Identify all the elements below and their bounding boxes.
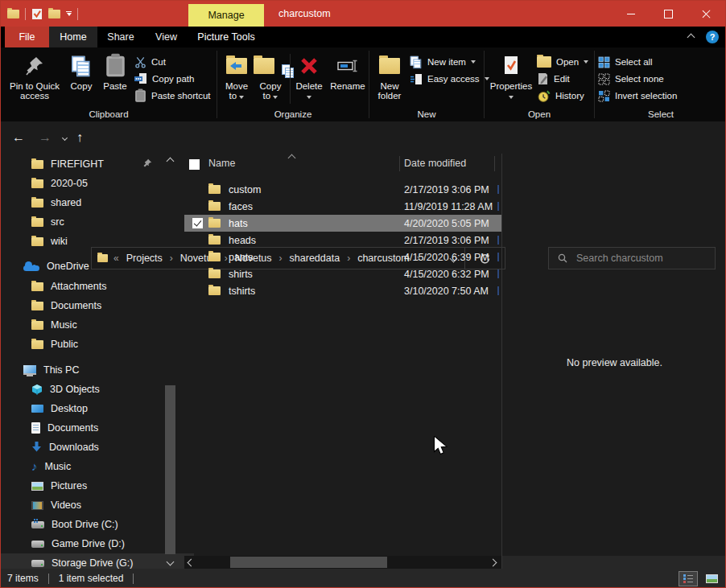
file-date: 4/20/2020 5:05 PM xyxy=(404,218,489,229)
sidebar-item-wiki[interactable]: wiki xyxy=(1,232,194,251)
qat-customize-icon[interactable] xyxy=(66,11,72,16)
collapse-ribbon-button[interactable] xyxy=(685,31,696,43)
select-all-checkbox[interactable] xyxy=(189,159,200,170)
file-row[interactable]: pants 4/15/2020 6:39 PM xyxy=(184,249,501,265)
sidebar-scrollbar-thumb[interactable] xyxy=(165,385,175,554)
horizontal-scrollbar-thumb[interactable] xyxy=(230,557,387,568)
file-row[interactable]: faces 11/9/2019 11:28 AM xyxy=(184,198,501,215)
sidebar-item-2020-05[interactable]: 2020-05 xyxy=(1,174,194,193)
minimize-button[interactable] xyxy=(612,1,650,27)
tab-view[interactable]: View xyxy=(144,27,188,47)
paste-shortcut-button[interactable]: Paste shortcut xyxy=(134,88,211,104)
column-header-name[interactable]: Name xyxy=(208,158,235,169)
sidebar-item-attachments[interactable]: Attachments xyxy=(1,277,194,296)
file-row[interactable]: tshirts 3/10/2020 7:50 AM xyxy=(184,282,501,299)
sidebar-item-label: 3D Objects xyxy=(50,384,100,395)
select-none-icon xyxy=(598,73,610,85)
search-input[interactable] xyxy=(575,252,707,265)
up-button[interactable]: ↑ xyxy=(70,128,89,147)
organize-group-label: Organize xyxy=(217,109,369,119)
group-divider xyxy=(217,51,217,118)
new-folder-button[interactable]: New folder xyxy=(373,51,406,109)
scroll-left-arrow[interactable] xyxy=(188,559,196,567)
column-divider[interactable] xyxy=(494,156,495,171)
properties-qat-icon[interactable] xyxy=(31,8,43,20)
search-box[interactable] xyxy=(548,247,716,269)
clipboard-group-label: Clipboard xyxy=(1,109,217,119)
checkbox-checked[interactable] xyxy=(192,218,203,228)
copy-to-button[interactable]: Copy to xyxy=(254,51,287,109)
close-button[interactable] xyxy=(687,1,725,27)
delete-button[interactable]: Delete xyxy=(292,51,326,109)
history-button[interactable]: History xyxy=(537,88,584,104)
move-to-button[interactable]: Move to xyxy=(220,51,254,109)
title-bar: Manage charcustom xyxy=(1,1,725,27)
file-date: 3/10/2020 7:50 AM xyxy=(404,286,489,297)
copy-path-button[interactable]: Copy path xyxy=(134,71,194,87)
select-all-button[interactable]: Select all xyxy=(598,54,653,70)
sidebar-item-onedrive[interactable]: OneDrive xyxy=(1,257,186,276)
tab-share[interactable]: Share xyxy=(97,27,144,47)
new-folder-qat-icon[interactable] xyxy=(48,10,60,19)
file-date: 2/17/2019 3:06 PM xyxy=(404,235,489,246)
help-button[interactable]: ? xyxy=(706,31,719,43)
sidebar-item-shared[interactable]: shared xyxy=(1,193,194,212)
column-divider[interactable] xyxy=(399,156,400,171)
file-row[interactable]: custom 2/17/2019 3:06 PM xyxy=(184,181,501,198)
copy-icon xyxy=(75,51,88,81)
pin-to-quick-access-button[interactable]: Pin to Quick access xyxy=(6,51,64,109)
file-row-selected[interactable]: hats 4/20/2020 5:05 PM xyxy=(184,215,501,232)
sidebar-item-src[interactable]: src xyxy=(1,212,194,232)
column-header-date-modified[interactable]: Date modified xyxy=(404,158,466,169)
delete-icon xyxy=(299,51,319,81)
new-item-button[interactable]: New item xyxy=(410,54,476,70)
forward-button[interactable]: → xyxy=(35,128,55,147)
maximize-icon xyxy=(664,10,673,19)
open-button[interactable]: Open xyxy=(537,54,588,70)
sidebar-item-documents-onedrive[interactable]: Documents xyxy=(1,296,194,315)
rename-button[interactable]: Rename xyxy=(326,51,369,109)
sidebar-item-label: 2020-05 xyxy=(51,178,88,189)
file-name: tshirts xyxy=(229,286,255,297)
pane-divider[interactable] xyxy=(501,154,502,569)
close-icon xyxy=(702,10,711,19)
dropdown-caret xyxy=(273,96,278,99)
explorer-icon[interactable] xyxy=(7,10,19,19)
tab-file[interactable]: File xyxy=(5,27,49,47)
properties-button[interactable]: Properties xyxy=(489,51,534,109)
file-row[interactable]: shirts 4/15/2020 6:32 PM xyxy=(184,265,501,282)
scroll-right-arrow[interactable] xyxy=(489,559,497,567)
file-name: faces xyxy=(229,201,253,212)
dropdown-caret xyxy=(509,96,514,99)
sidebar-item-public[interactable]: Public xyxy=(1,335,194,354)
folder-icon xyxy=(31,282,43,291)
paste-button[interactable]: Paste xyxy=(99,51,131,109)
paste-label: Paste xyxy=(103,81,126,91)
invert-selection-button[interactable]: Invert selection xyxy=(598,88,677,104)
sidebar-item-firefight[interactable]: FIREFIGHT xyxy=(1,154,194,174)
maximize-button[interactable] xyxy=(650,1,687,27)
cut-icon xyxy=(134,56,146,68)
edit-button[interactable]: Edit xyxy=(537,71,570,87)
horizontal-scrollbar[interactable] xyxy=(184,556,501,569)
sidebar-item-this-pc[interactable]: This PC xyxy=(1,360,186,380)
folder-icon xyxy=(208,185,221,194)
file-name: heads xyxy=(229,235,256,246)
new-folder-label-1: New xyxy=(380,81,398,91)
sidebar-item-label: Desktop xyxy=(51,403,88,414)
sidebar-item-label: wiki xyxy=(51,236,68,247)
select-none-button[interactable]: Select none xyxy=(598,71,664,87)
sidebar-item-music-onedrive[interactable]: Music xyxy=(1,315,194,335)
details-view-button[interactable] xyxy=(679,571,698,586)
file-row[interactable]: heads 2/17/2019 3:06 PM xyxy=(184,232,501,249)
back-button[interactable]: ← xyxy=(9,128,28,147)
thumbnail-view-button[interactable] xyxy=(702,571,721,586)
cut-button[interactable]: Cut xyxy=(134,54,166,70)
tab-picture-tools[interactable]: Picture Tools xyxy=(188,27,264,47)
tab-manage[interactable]: Manage xyxy=(188,4,264,27)
open-group-label: Open xyxy=(485,109,594,119)
tab-home[interactable]: Home xyxy=(49,27,97,47)
copy-button[interactable]: Copy xyxy=(65,51,97,109)
easy-access-button[interactable]: Easy access xyxy=(410,71,489,87)
sidebar-item-label: Music xyxy=(45,461,72,472)
